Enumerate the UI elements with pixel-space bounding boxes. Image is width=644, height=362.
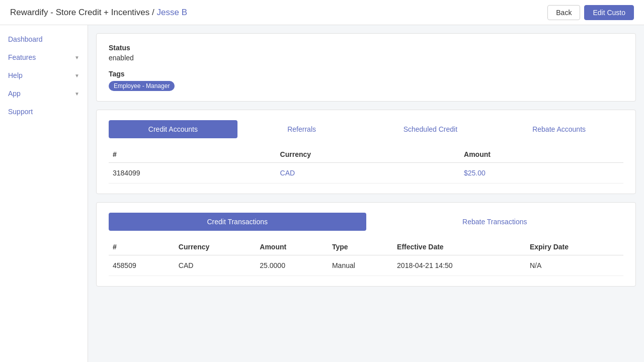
transactions-table: # Currency Amount Type Effective Date Ex… — [109, 239, 623, 276]
row-currency: CAD — [175, 255, 256, 276]
row-type: Manual — [328, 255, 393, 276]
main-content: Status enabled Tags Employee - Manager C… — [88, 25, 644, 362]
sidebar-item-support[interactable]: Support — [0, 103, 88, 121]
tab-rebate-accounts[interactable]: Rebate Accounts — [495, 120, 623, 138]
sidebar: Dashboard Features ▼ Help ▼ App ▼ Suppor… — [0, 25, 88, 362]
app-title: Rewardify - Store Credit + Incentives / … — [10, 8, 187, 18]
row-amount[interactable]: $25.00 — [460, 163, 623, 184]
col-header-expiry-date: Expiry Date — [526, 239, 623, 255]
customer-name: Jesse B — [157, 8, 187, 17]
row-currency[interactable]: CAD — [276, 163, 460, 184]
credit-accounts-card: Credit Accounts Referrals Scheduled Cred… — [96, 110, 636, 194]
sidebar-item-label: Support — [8, 108, 33, 116]
tab-scheduled-credit[interactable]: Scheduled Credit — [366, 120, 495, 138]
customer-info-card: Status enabled Tags Employee - Manager — [96, 33, 636, 102]
status-value: enabled — [109, 54, 623, 62]
col-header-amount: Amount — [460, 146, 623, 163]
chevron-down-icon: ▼ — [74, 73, 79, 78]
credit-accounts-table: # Currency Amount 3184099 CAD $25.00 — [109, 146, 623, 184]
sidebar-item-app[interactable]: App ▼ — [0, 84, 88, 103]
col-header-currency: Currency — [276, 146, 460, 163]
app-name: Rewardify - Store Credit + Incentives — [10, 8, 149, 17]
col-header-id: # — [109, 146, 276, 163]
tab-credit-transactions[interactable]: Credit Transactions — [109, 213, 366, 231]
row-id: 3184099 — [109, 163, 276, 184]
back-button[interactable]: Back — [547, 5, 580, 20]
sidebar-item-help[interactable]: Help ▼ — [0, 66, 88, 84]
transactions-card: Credit Transactions Rebate Transactions … — [96, 202, 636, 287]
tab-referrals[interactable]: Referrals — [237, 120, 366, 138]
table-row: 3184099 CAD $25.00 — [109, 163, 623, 184]
sidebar-item-label: Help — [8, 71, 23, 79]
col-header-amount: Amount — [256, 239, 328, 255]
col-header-id: # — [109, 239, 175, 255]
sidebar-item-label: Dashboard — [8, 35, 43, 43]
col-header-effective-date: Effective Date — [393, 239, 526, 255]
sidebar-item-label: Features — [8, 53, 36, 61]
sidebar-item-dashboard[interactable]: Dashboard — [0, 30, 88, 48]
sidebar-item-label: App — [8, 89, 21, 98]
chevron-down-icon: ▼ — [74, 55, 79, 60]
row-id: 458509 — [109, 255, 175, 276]
row-amount: 25.0000 — [256, 255, 328, 276]
col-header-type: Type — [328, 239, 393, 255]
chevron-down-icon: ▼ — [74, 91, 79, 97]
layout: Dashboard Features ▼ Help ▼ App ▼ Suppor… — [0, 25, 644, 362]
credit-accounts-tabs: Credit Accounts Referrals Scheduled Cred… — [109, 120, 623, 138]
title-separator: / — [152, 8, 156, 17]
status-label: Status — [109, 44, 623, 52]
tag-badge: Employee - Manager — [109, 81, 175, 91]
header-actions: Back Edit Custo — [547, 5, 634, 20]
tab-rebate-transactions[interactable]: Rebate Transactions — [366, 213, 624, 231]
col-header-currency: Currency — [175, 239, 256, 255]
header: Rewardify - Store Credit + Incentives / … — [0, 0, 644, 25]
tab-credit-accounts[interactable]: Credit Accounts — [109, 120, 237, 138]
sidebar-item-features[interactable]: Features ▼ — [0, 48, 88, 66]
row-effective-date: 2018-04-21 14:50 — [393, 255, 526, 276]
edit-customer-button[interactable]: Edit Custo — [584, 5, 634, 20]
transactions-tabs: Credit Transactions Rebate Transactions — [109, 213, 623, 231]
table-row: 458509 CAD 25.0000 Manual 2018-04-21 14:… — [109, 255, 623, 276]
row-expiry-date: N/A — [526, 255, 623, 276]
tags-label: Tags — [109, 70, 623, 78]
